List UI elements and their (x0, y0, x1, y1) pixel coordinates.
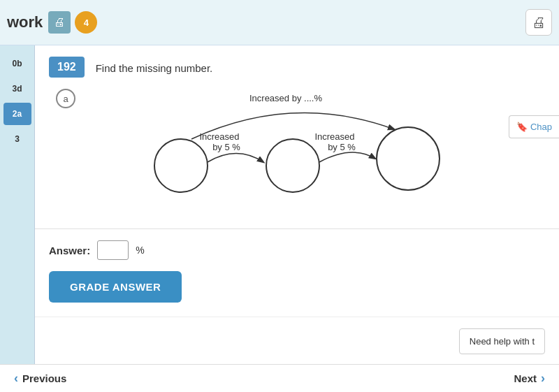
question-header: 192 Find the missing number. (49, 57, 545, 78)
sidebar-item-0b[interactable]: 0b (3, 52, 31, 75)
sidebar-item-2a[interactable]: 2a (3, 103, 31, 125)
next-button[interactable]: Next › (500, 365, 559, 393)
answer-label: Answer: (49, 245, 90, 256)
chap-button[interactable]: 🔖 Chap (509, 115, 559, 138)
printer-button[interactable]: 🖨 (525, 9, 552, 36)
sidebar-item-3d[interactable]: 3d (3, 78, 31, 100)
answer-unit: % (136, 245, 144, 256)
sidebar: 0b 3d 2a 3 (0, 45, 35, 392)
svg-text:by 5 %: by 5 % (212, 142, 240, 152)
left-arrow-icon: ‹ (14, 371, 18, 386)
help-section: Need help with t (35, 317, 559, 365)
app-title: work (7, 13, 43, 31)
answer-section: Answer: % (35, 229, 559, 271)
right-arrow-icon: › (541, 371, 545, 386)
answer-input[interactable] (97, 240, 129, 260)
sidebar-item-3[interactable]: 3 (3, 128, 31, 150)
print-icon[interactable]: 🖨 (48, 11, 71, 34)
diagram-area: Increased by 5 % Increased by 5 % Increa… (89, 89, 531, 215)
help-button[interactable]: Need help with t (459, 328, 545, 354)
svg-text:Increased by ....%: Increased by ....% (249, 93, 322, 103)
grade-answer-button[interactable]: GRADE ANSWER (49, 271, 182, 303)
question-number: 192 (49, 57, 85, 78)
svg-point-2 (377, 127, 440, 190)
svg-point-1 (266, 139, 319, 192)
question-block: 192 Find the missing number. a (35, 45, 559, 229)
previous-button[interactable]: ‹ Previous (0, 365, 80, 393)
badge-icon[interactable]: 4 (75, 11, 97, 34)
bookmark-icon: 🔖 (516, 122, 528, 132)
content-area: 192 Find the missing number. a (35, 45, 559, 392)
svg-point-0 (154, 139, 208, 192)
footer-nav: ‹ Previous Next › (0, 364, 559, 392)
question-text: Find the missing number. (96, 57, 213, 74)
svg-text:by 5 %: by 5 % (328, 142, 356, 152)
svg-text:Increased: Increased (314, 131, 354, 142)
part-label: a (56, 89, 75, 108)
main-layout: 0b 3d 2a 3 192 Find the missing number. … (0, 45, 559, 392)
header: work 🖨 4 🖨 (0, 0, 559, 45)
